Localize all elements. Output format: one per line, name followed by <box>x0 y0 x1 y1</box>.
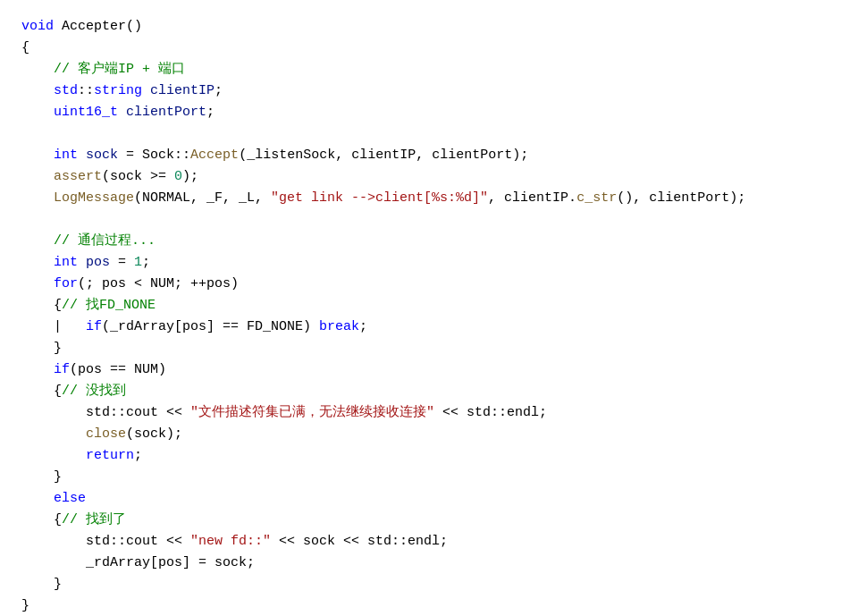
code-line-16: } <box>21 338 837 359</box>
code-line-14: {// 找FD_NONE <box>21 295 837 316</box>
code-line-17: if(pos == NUM) <box>21 359 837 381</box>
code-line-12: int pos = 1; <box>21 252 837 274</box>
code-line-15: | if(_rdArray[pos] == FD_NONE) break; <box>21 316 837 338</box>
code-line-26: _rdArray[pos] = sock; <box>21 553 837 574</box>
code-line-13: for(; pos < NUM; ++pos) <box>21 274 837 295</box>
code-line-23: else <box>21 488 837 510</box>
code-line-19: std::cout << "文件描述符集已满，无法继续接收连接" << std:… <box>21 402 837 424</box>
code-container: void Accepter() { // 客户端IP + 端口 std::str… <box>0 0 858 616</box>
code-line-3: // 客户端IP + 端口 <box>21 59 837 80</box>
code-line-1: void Accepter() <box>21 16 837 38</box>
code-line-11: // 通信过程... <box>21 231 837 252</box>
code-line-9: LogMessage(NORMAL, _F, _L, "get link -->… <box>21 188 837 209</box>
code-line-25: std::cout << "new fd::" << sock << std::… <box>21 531 837 553</box>
code-line-2: { <box>21 38 837 59</box>
code-line-4: std::string clientIP; <box>21 80 837 102</box>
code-line-20: close(sock); <box>21 424 837 445</box>
code-line-6 <box>21 123 837 145</box>
code-line-18: {// 没找到 <box>21 381 837 402</box>
code-line-7: int sock = Sock::Accept(_listenSock, cli… <box>21 145 837 166</box>
code-line-27: } <box>21 574 837 595</box>
code-line-5: uint16_t clientPort; <box>21 102 837 123</box>
code-line-22: } <box>21 467 837 488</box>
code-line-28: } <box>21 595 837 616</box>
code-line-21: return; <box>21 445 837 467</box>
code-line-8: assert(sock >= 0); <box>21 166 837 188</box>
code-line-10 <box>21 209 837 231</box>
code-line-24: {// 找到了 <box>21 510 837 531</box>
